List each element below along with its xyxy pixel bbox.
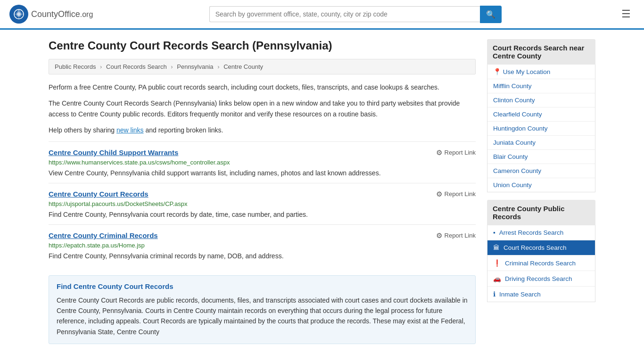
sidebar-court-records[interactable]: 🏛 Court Records Search: [487, 240, 595, 255]
record-header-1: Centre County Court Records ⚙ Report Lin…: [49, 190, 476, 198]
use-location-link[interactable]: 📍 Use My Location: [487, 65, 595, 79]
court-label: Court Records Search: [504, 244, 567, 251]
sidebar-driving-records[interactable]: 🚗 Driving Records Search: [487, 271, 595, 287]
record-title-1[interactable]: Centre County Court Records: [49, 190, 149, 198]
search-input[interactable]: [209, 6, 480, 22]
main-container: Centre County Court Records Search (Penn…: [39, 30, 605, 354]
logo-suffix: .org: [80, 10, 93, 18]
search-button[interactable]: 🔍: [480, 6, 502, 23]
menu-button[interactable]: ☰: [618, 6, 635, 22]
sidebar-blair[interactable]: Blair County: [487, 150, 595, 164]
sidebar-criminal-records[interactable]: ❗ Criminal Records Search: [487, 255, 595, 271]
record-title-0[interactable]: Centre County Child Support Warrants: [49, 148, 178, 156]
sidebar-juniata[interactable]: Juniata County: [487, 136, 595, 150]
search-bar-area: 🔍: [209, 6, 502, 23]
find-section-title: Find Centre County Court Records: [57, 282, 468, 290]
report-label-1: Report Link: [445, 190, 476, 197]
desc-para-1: Perform a free Centre County, PA public …: [49, 82, 476, 92]
page-title: Centre County Court Records Search (Penn…: [49, 39, 476, 52]
record-header-2: Centre County Criminal Records ⚙ Report …: [49, 231, 476, 240]
record-url-2: https://epatch.state.pa.us/Home.jsp: [49, 242, 476, 249]
arrest-icon: ▪: [493, 229, 495, 236]
sidebar-arrest-records[interactable]: ▪ Arrest Records Search: [487, 225, 595, 240]
sidebar-nearby-list: 📍 Use My Location Mifflin County Clinton…: [487, 65, 595, 192]
new-links-link[interactable]: new links: [116, 126, 144, 134]
site-header: CountyOffice.org 🔍 ☰: [0, 0, 644, 30]
record-desc-0: View Centre County, Pennsylvania child s…: [49, 168, 476, 178]
report-icon-0: ⚙: [436, 148, 442, 157]
sidebar-public-records-header: Centre County Public Records: [487, 200, 595, 225]
desc-para-3: Help others by sharing new links and rep…: [49, 125, 476, 135]
breadcrumb-centre-county[interactable]: Centre County: [223, 63, 263, 70]
sidebar-inmate-search[interactable]: ℹ Inmate Search: [487, 287, 595, 302]
desc-para-2: The Centre County Court Records Search (…: [49, 98, 476, 119]
use-location-item[interactable]: 📍 Use My Location: [487, 65, 595, 79]
record-url-1: https://ujsportal.pacourts.us/DocketShee…: [49, 200, 476, 207]
breadcrumb-sep-3: ›: [217, 63, 219, 70]
criminal-label: Criminal Records Search: [505, 260, 576, 267]
driving-label: Driving Records Search: [505, 275, 572, 282]
record-desc-1: Find Centre County, Pennsylvania court r…: [49, 210, 476, 220]
sidebar: Court Records Search near Centre County …: [487, 39, 595, 344]
use-location-label: Use My Location: [503, 68, 551, 75]
sidebar-union[interactable]: Union County: [487, 178, 595, 192]
location-icon: 📍: [493, 68, 501, 75]
arrest-label: Arrest Records Search: [499, 229, 564, 236]
breadcrumb-public-records[interactable]: Public Records: [55, 63, 96, 70]
find-section-text: Centre County Court Records are public r…: [57, 295, 468, 337]
breadcrumb-court-records[interactable]: Court Records Search: [106, 63, 167, 70]
sidebar-nearby-header: Court Records Search near Centre County: [487, 39, 595, 65]
sidebar-cameron[interactable]: Cameron County: [487, 164, 595, 178]
record-url-0: https://www.humanservices.state.pa.us/cs…: [49, 159, 476, 166]
record-entry-1: Centre County Court Records ⚙ Report Lin…: [49, 183, 476, 224]
sidebar-public-records-list: ▪ Arrest Records Search 🏛 Court Records …: [487, 225, 595, 302]
report-label-0: Report Link: [445, 149, 476, 156]
report-icon-1: ⚙: [436, 190, 442, 198]
breadcrumb-sep-1: ›: [100, 63, 102, 70]
report-link-0[interactable]: ⚙ Report Link: [436, 148, 476, 157]
record-entry-0: Centre County Child Support Warrants ⚙ R…: [49, 141, 476, 183]
report-icon-2: ⚙: [436, 231, 442, 240]
inmate-icon: ℹ: [493, 290, 495, 298]
sidebar-huntingdon[interactable]: Huntingdon County: [487, 122, 595, 136]
record-entry-2: Centre County Criminal Records ⚙ Report …: [49, 224, 476, 266]
sidebar-public-records-section: Centre County Public Records ▪ Arrest Re…: [487, 200, 595, 302]
logo-area: CountyOffice.org: [9, 5, 93, 24]
logo-icon: [9, 5, 28, 24]
criminal-icon: ❗: [493, 259, 501, 267]
record-desc-2: Find Centre County, Pennsylvania crimina…: [49, 251, 476, 261]
report-label-2: Report Link: [445, 232, 476, 239]
driving-icon: 🚗: [493, 275, 501, 282]
record-header-0: Centre County Child Support Warrants ⚙ R…: [49, 148, 476, 157]
breadcrumb-sep-2: ›: [171, 63, 173, 70]
court-icon: 🏛: [493, 244, 500, 251]
sidebar-clinton[interactable]: Clinton County: [487, 93, 595, 107]
breadcrumb: Public Records › Court Records Search › …: [49, 59, 476, 74]
find-section: Find Centre County Court Records Centre …: [49, 275, 476, 345]
content-area: Centre County Court Records Search (Penn…: [49, 39, 476, 344]
records-container: Centre County Child Support Warrants ⚙ R…: [49, 141, 476, 266]
inmate-label: Inmate Search: [499, 291, 541, 298]
report-link-2[interactable]: ⚙ Report Link: [436, 231, 476, 240]
sidebar-clearfield[interactable]: Clearfield County: [487, 107, 595, 122]
sidebar-nearby-section: Court Records Search near Centre County …: [487, 39, 595, 192]
record-title-2[interactable]: Centre County Criminal Records: [49, 231, 158, 239]
breadcrumb-pennsylvania[interactable]: Pennsylvania: [177, 63, 213, 70]
sidebar-mifflin[interactable]: Mifflin County: [487, 79, 595, 93]
logo-text: CountyOffice.org: [31, 9, 93, 19]
report-link-1[interactable]: ⚙ Report Link: [436, 190, 476, 198]
